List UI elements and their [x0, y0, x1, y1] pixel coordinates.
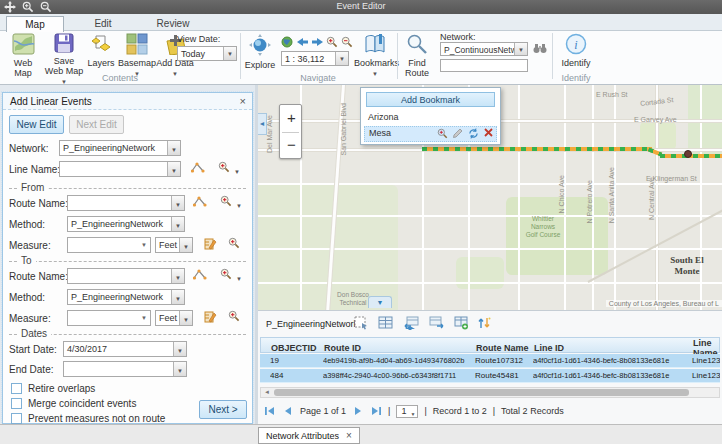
table-row[interactable]: 484 a398ff4c-2940-4c00-96b6-c6343f8f1711… [260, 369, 720, 383]
last-page-icon[interactable] [370, 406, 382, 416]
col-line-id[interactable]: Line ID [534, 343, 693, 353]
merge-coincident-checkbox[interactable] [11, 398, 22, 409]
next-extent-icon[interactable] [311, 36, 324, 50]
page-number-select[interactable]: 1 [396, 405, 418, 418]
map-zoom-out-button[interactable]: − [280, 132, 303, 159]
map-scale-select[interactable]: 1 : 36,112 [281, 51, 349, 66]
first-page-icon[interactable] [264, 406, 276, 416]
network-select[interactable]: P_ContinuousNetwork [440, 42, 528, 56]
panel-close-icon[interactable]: × [240, 95, 246, 107]
globe-icon[interactable] [281, 36, 293, 50]
to-select-route-icon[interactable] [191, 268, 209, 284]
tab-edit[interactable]: Edit [76, 16, 130, 32]
add-bookmark-button[interactable]: Add Bookmark [366, 92, 495, 107]
collapse-table-arrow[interactable]: ▼ [368, 296, 392, 308]
ribbon-zoom-out-icon[interactable] [341, 36, 353, 50]
from-zoom-icon[interactable] [217, 195, 235, 211]
caret-icon[interactable] [167, 141, 180, 155]
bookmark-zoom-icon[interactable] [437, 128, 448, 143]
to-method-select[interactable]: P_EngineeringNetwork [67, 289, 185, 305]
caret-icon[interactable] [171, 269, 184, 283]
green-area [456, 257, 504, 289]
selected-records-back-icon[interactable] [404, 316, 420, 331]
to-route-name-select[interactable] [67, 268, 185, 284]
caret-icon[interactable] [173, 342, 186, 356]
tab-close-icon[interactable]: × [346, 430, 352, 441]
find-route-button[interactable]: Find Route [398, 33, 436, 78]
route-search-input[interactable] [440, 59, 528, 72]
cell-line-name: Line12320 [692, 356, 720, 365]
network-caret-icon[interactable] [514, 43, 527, 55]
end-date-select[interactable] [63, 361, 187, 377]
to-unit-select[interactable]: Feet [155, 310, 193, 326]
ribbon-zoom-in-icon[interactable] [326, 36, 338, 50]
caret-icon[interactable] [173, 362, 186, 376]
from-zoom-caret-icon[interactable] [236, 199, 242, 210]
caret-icon[interactable] [171, 196, 184, 210]
map-attribution: County of Los Angeles, Bureau of L [606, 300, 722, 307]
layers-button[interactable]: Layers [84, 33, 118, 68]
identify-button[interactable]: i Identify [558, 33, 594, 68]
map-scale-caret-icon[interactable] [335, 52, 348, 65]
line-zoom-icon[interactable] [215, 161, 233, 177]
caret-icon[interactable] [171, 217, 184, 231]
line-name-select[interactable] [59, 161, 181, 177]
caret-icon[interactable] [167, 162, 180, 176]
caret-icon[interactable] [171, 290, 184, 304]
network-attributes-tab[interactable]: Network Attributes × [258, 427, 360, 444]
col-objectid[interactable]: OBJECTID [271, 343, 324, 353]
select-line-on-map-icon[interactable] [189, 161, 207, 177]
bookmark-delete-icon[interactable] [484, 128, 493, 143]
prev-extent-icon[interactable] [296, 36, 309, 50]
web-map-button[interactable]: Web Map [4, 33, 42, 78]
add-selected-to-table-icon[interactable] [454, 316, 470, 331]
new-edit-button[interactable]: New Edit [9, 115, 64, 134]
map-zoom-in-button[interactable]: + [280, 105, 303, 132]
sort-icon[interactable] [477, 316, 493, 331]
bookmark-item-arizona[interactable]: Arizona [364, 111, 497, 125]
table-row[interactable]: 19 4eb9419b-af9b-4d04-ab69-1d493476802b … [260, 354, 720, 368]
map-canvas[interactable]: Del Mar Ave San Gabriel Blvd E Rush St C… [258, 85, 722, 310]
from-unit-select[interactable]: Feet [155, 237, 193, 253]
scrollbar-thumb[interactable] [274, 389, 689, 396]
from-measure-input[interactable] [67, 237, 151, 253]
to-ruler-icon[interactable] [201, 310, 219, 326]
binoculars-icon[interactable] [533, 42, 547, 56]
select-records-icon[interactable] [354, 316, 370, 331]
explore-button[interactable]: Explore [243, 33, 277, 70]
bookmark-edit-icon[interactable] [453, 128, 463, 143]
next-edit-button[interactable]: Next Edit [69, 115, 124, 134]
tab-map[interactable]: Map [6, 16, 64, 32]
tab-review[interactable]: Review [142, 16, 204, 32]
next-button[interactable]: Next > [199, 400, 247, 419]
retire-overlaps-checkbox[interactable] [11, 383, 22, 394]
prevent-measures-checkbox[interactable] [11, 413, 22, 424]
scroll-left-icon[interactable]: ◄ [261, 388, 273, 397]
next-page-icon[interactable] [352, 406, 364, 416]
from-select-route-icon[interactable] [191, 195, 209, 211]
selected-records-forward-icon[interactable] [429, 316, 445, 331]
panel-network-select[interactable]: P_EngineeringNetwork [59, 140, 181, 156]
bookmark-refresh-icon[interactable] [468, 128, 479, 143]
table-horizontal-scrollbar[interactable]: ◄ [260, 387, 720, 398]
to-measure-zoom-icon[interactable] [225, 310, 243, 326]
line-zoom-caret-icon[interactable] [234, 165, 240, 176]
col-route-id[interactable]: Route ID [324, 343, 476, 353]
col-route-name[interactable]: Route Name [476, 343, 534, 353]
to-zoom-icon[interactable] [217, 268, 235, 284]
to-measure-input[interactable] [67, 310, 151, 326]
view-date-select[interactable]: Today [177, 46, 237, 61]
prev-page-icon[interactable] [282, 406, 294, 416]
from-route-name-select[interactable] [67, 195, 185, 211]
start-date-select[interactable]: 4/30/2017 [63, 341, 187, 357]
caret-icon[interactable] [179, 238, 192, 252]
caret-icon[interactable] [179, 311, 192, 325]
bookmark-item-mesa[interactable]: Mesa [364, 126, 497, 142]
table-view-icon[interactable] [378, 316, 394, 331]
to-zoom-caret-icon[interactable] [236, 272, 242, 283]
from-ruler-icon[interactable] [201, 237, 219, 253]
collapse-panel-arrow[interactable]: ◄ [258, 113, 267, 135]
from-method-select[interactable]: P_EngineeringNetwork [67, 216, 185, 232]
from-measure-zoom-icon[interactable] [225, 237, 243, 253]
view-date-caret-icon[interactable] [223, 47, 236, 60]
